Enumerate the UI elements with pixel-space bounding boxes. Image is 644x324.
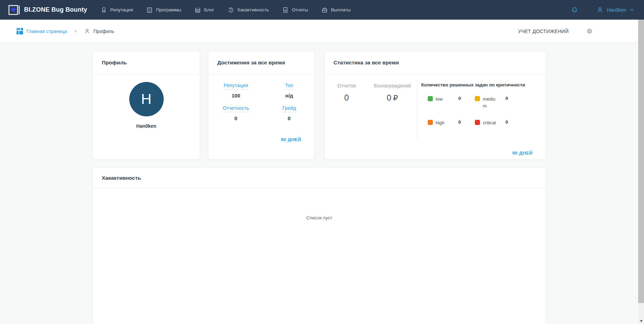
nav-item-label: Хакактивность <box>237 7 269 12</box>
profile-card-body: H Han0ken <box>93 82 200 129</box>
nav-item-payouts[interactable]: Выплаты <box>321 7 351 13</box>
achievements-card-title: Достижения за все время <box>217 60 285 66</box>
severity-item-low: low 0 <box>428 96 475 110</box>
severity-label-high: high <box>436 119 450 126</box>
counter-rewards: Вознаграждений 0₽ <box>367 83 418 103</box>
medal-icon <box>100 7 107 13</box>
nav-item-label: Блог <box>204 7 214 12</box>
avatar: H <box>129 82 164 116</box>
dashboard-grid-icon <box>17 28 23 34</box>
severity-legend: low 0 medium 0 high 0 critical 0 <box>421 96 537 126</box>
nav-item-hackactivity[interactable]: Хакактивность <box>227 7 269 13</box>
ruble-sign: ₽ <box>393 94 398 102</box>
stat-value-reporting: 0 <box>234 115 237 121</box>
nav-item-programs[interactable]: Программы <box>146 7 181 13</box>
vertical-scrollbar[interactable] <box>638 20 644 324</box>
stat-label-top[interactable]: Топ <box>285 83 293 90</box>
profile-person-icon <box>84 28 90 34</box>
user-name: Han0ken <box>607 7 626 13</box>
nav-item-label: Отчеты <box>292 7 308 12</box>
severity-label-medium: medium <box>483 96 497 110</box>
hackactivity-card: Хакактивность Список пуст <box>92 167 546 324</box>
stat-value-grade: 0 <box>288 115 291 121</box>
scroll-down-arrow-icon <box>640 320 643 322</box>
breadcrumb-home-label: Главная страница <box>26 29 67 34</box>
breadcrumb-current: Профиль <box>84 28 114 34</box>
profile-card-header: Профиль <box>93 51 200 74</box>
statistics-90-days-link[interactable]: 90 ДНЕЙ <box>512 150 533 156</box>
newspaper-icon <box>194 7 201 13</box>
mailbag-icon <box>321 7 328 13</box>
stat-value-top: н/д <box>285 93 293 98</box>
counter-reports: Отчетов 0 <box>327 83 367 103</box>
counter-reports-label: Отчетов <box>327 83 367 88</box>
vertical-divider <box>417 81 417 138</box>
gear-icon[interactable] <box>586 28 593 35</box>
stat-label-reporting[interactable]: Отчетность <box>222 105 249 112</box>
stat-label-reputation[interactable]: Репутация <box>224 83 248 90</box>
profile-page: BI.ZONE Bug Bounty Репутация <box>0 0 644 324</box>
chevron-down-icon <box>629 7 634 12</box>
top-navbar: BI.ZONE Bug Bounty Репутация <box>0 0 644 20</box>
nav-item-label: Репутация <box>110 7 133 12</box>
achievements-grid: Репутация 100 Топ н/д Отчетность 0 Грейд… <box>208 74 314 121</box>
stat-reputation: Репутация 100 <box>224 83 248 98</box>
nav-item-label: Программы <box>156 7 181 12</box>
stat-value-reputation: 100 <box>231 93 240 98</box>
severity-swatch-medium <box>475 96 480 101</box>
severity-label-critical: critical <box>483 119 497 126</box>
severity-swatch-critical <box>475 120 480 125</box>
counter-rewards-value: 0₽ <box>367 93 418 103</box>
severity-block: Количество решенных задач по критичности… <box>421 82 537 126</box>
breadcrumb-current-label: Профиль <box>94 29 114 34</box>
severity-value-high: 0 <box>458 119 461 125</box>
counter-reports-value: 0 <box>327 93 367 103</box>
bizone-bug-logo-icon <box>8 4 20 16</box>
hackactivity-card-header: Хакактивность <box>93 168 546 188</box>
counter-rewards-number: 0 <box>387 93 391 102</box>
breadcrumb-bar: Главная страница Профиль УЧЕТ ДОСТИЖЕНИЙ <box>0 20 644 43</box>
stat-label-grade[interactable]: Грейд <box>282 105 296 112</box>
nav-item-reputation[interactable]: Репутация <box>100 7 133 13</box>
profile-card: Профиль H Han0ken <box>92 51 200 160</box>
chevron-right-icon <box>73 29 78 33</box>
navbar-right: Han0ken <box>571 6 634 14</box>
severity-value-medium: 0 <box>505 96 508 101</box>
hackactivity-card-title: Хакактивность <box>102 175 141 181</box>
severity-item-medium: medium 0 <box>475 96 537 110</box>
nav-item-blog[interactable]: Блог <box>194 7 214 13</box>
statistics-card: Статистика за все время Отчетов 0 Вознаг… <box>324 51 546 160</box>
building-icon <box>146 7 153 13</box>
achievements-90-days-link[interactable]: 90 ДНЕЙ <box>281 137 301 142</box>
scrollbar-down-button[interactable] <box>638 318 644 324</box>
profile-card-title: Профиль <box>102 60 127 66</box>
counter-rewards-label: Вознаграждений <box>367 83 418 88</box>
user-icon <box>596 6 604 14</box>
achievements-accounting-link[interactable]: УЧЕТ ДОСТИЖЕНИЙ <box>518 29 569 34</box>
empty-list-message: Список пуст <box>93 188 546 220</box>
scrollbar-thumb[interactable] <box>638 20 644 303</box>
severity-swatch-high <box>428 120 433 125</box>
severity-title: Количество решенных задач по критичности <box>421 82 537 87</box>
nav-item-reports[interactable]: Отчеты <box>282 7 308 13</box>
nav-item-label: Выплаты <box>331 7 351 12</box>
brand-name: BI.ZONE Bug Bounty <box>24 6 87 13</box>
severity-swatch-low <box>428 96 433 101</box>
severity-item-critical: critical 0 <box>475 119 537 126</box>
severity-item-high: high 0 <box>428 119 475 126</box>
achievements-card-header: Достижения за все время <box>208 51 314 74</box>
report-document-icon <box>282 7 289 13</box>
profile-username: Han0ken <box>93 123 200 129</box>
user-menu[interactable]: Han0ken <box>596 6 634 14</box>
severity-value-critical: 0 <box>505 119 508 125</box>
statistics-card-title: Статистика за все время <box>334 60 399 66</box>
brand-logo[interactable]: BI.ZONE Bug Bounty <box>8 4 87 16</box>
history-icon <box>227 7 234 13</box>
stat-grade: Грейд 0 <box>282 105 296 121</box>
breadcrumb: Главная страница Профиль <box>17 28 114 34</box>
achievements-card: Достижения за все время Репутация 100 То… <box>208 51 315 160</box>
notifications-bell-icon[interactable] <box>571 6 578 14</box>
statistics-card-header: Статистика за все время <box>325 51 546 74</box>
severity-label-low: low <box>436 96 450 103</box>
breadcrumb-home-link[interactable]: Главная страница <box>17 28 67 34</box>
